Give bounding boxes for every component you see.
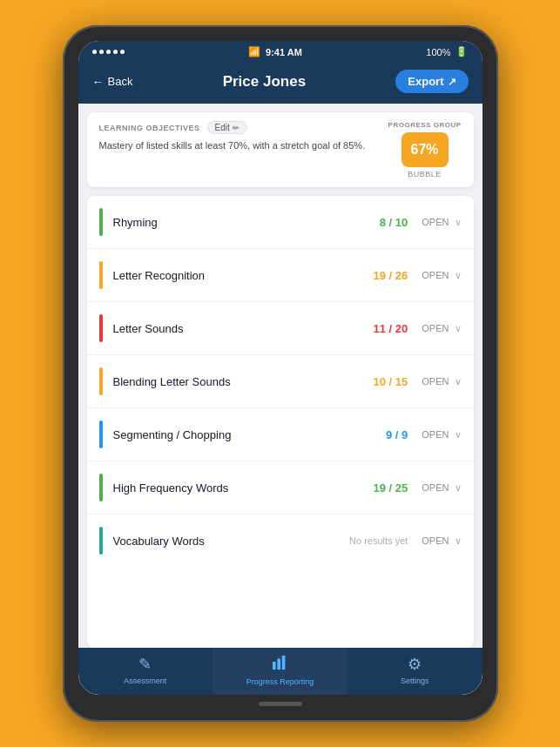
skill-name: Letter Sounds <box>113 322 365 335</box>
skill-indicator <box>99 421 103 448</box>
skill-name: Blending Letter Sounds <box>113 375 365 388</box>
skill-indicator <box>99 314 103 342</box>
skill-row[interactable]: Rhyming8 / 10OPEN∨ <box>87 196 474 249</box>
skill-row[interactable]: Vocabulary WordsNo results yetOPEN∨ <box>87 515 474 567</box>
skill-indicator <box>99 208 103 236</box>
progress-group-label: PROGRESS GROUP <box>388 121 462 129</box>
skill-status: OPEN <box>422 376 449 387</box>
export-icon: ↗ <box>448 76 456 88</box>
skill-score: 10 / 15 <box>364 375 408 388</box>
tab-assessment[interactable]: ✎ Assessment <box>78 648 213 695</box>
skill-indicator <box>99 527 103 555</box>
home-indicator <box>259 702 302 706</box>
tab-settings-label: Settings <box>401 676 429 685</box>
skill-score: 19 / 25 <box>364 481 408 495</box>
top-nav: ← Back Price Jones Export ↗ <box>78 63 482 104</box>
svg-rect-2 <box>281 656 285 670</box>
summary-card: LEARNING OBJECTIVES Edit ✏ Mastery of li… <box>87 112 474 187</box>
tablet-device: 📶 9:41 AM 100% 🔋 ← Back Price Jones Expo… <box>63 25 498 722</box>
skill-name: Rhyming <box>113 216 365 229</box>
wifi-icon: 📶 <box>248 46 260 57</box>
learning-objectives-label: LEARNING OBJECTIVES <box>99 124 200 132</box>
skill-indicator <box>99 367 103 395</box>
skill-score: 11 / 20 <box>364 322 408 335</box>
skill-status: OPEN <box>422 535 449 546</box>
skill-score: 8 / 10 <box>364 216 408 229</box>
chevron-down-icon: ∨ <box>455 535 462 547</box>
chevron-down-icon: ∨ <box>455 270 462 281</box>
skill-indicator <box>99 261 103 289</box>
skill-score: No results yet <box>349 535 408 546</box>
skill-row[interactable]: High Frequency Words19 / 25OPEN∨ <box>87 461 474 515</box>
signal-dots <box>92 50 125 54</box>
chevron-down-icon: ∨ <box>455 376 462 387</box>
tablet-screen: 📶 9:41 AM 100% 🔋 ← Back Price Jones Expo… <box>78 41 482 695</box>
skills-list: Rhyming8 / 10OPEN∨Letter Recognition19 /… <box>87 196 474 648</box>
skill-row[interactable]: Letter Recognition19 / 26OPEN∨ <box>87 249 474 302</box>
battery-icon: 🔋 <box>455 46 468 57</box>
summary-description: Mastery of listed skills at least 70%, w… <box>99 139 378 152</box>
skill-score: 9 / 9 <box>364 428 408 441</box>
export-button[interactable]: Export ↗ <box>395 70 468 93</box>
skill-row[interactable]: Letter Sounds11 / 20OPEN∨ <box>87 302 474 355</box>
progress-reporting-icon <box>273 655 288 675</box>
chevron-down-icon: ∨ <box>455 217 462 228</box>
svg-rect-1 <box>277 659 280 670</box>
skill-row[interactable]: Blending Letter Sounds10 / 15OPEN∨ <box>87 355 474 408</box>
skill-status: OPEN <box>422 217 449 227</box>
summary-left: LEARNING OBJECTIVES Edit ✏ Mastery of li… <box>99 121 378 152</box>
tab-bar: ✎ Assessment Progress Reporting ⚙ Settin… <box>78 648 482 695</box>
assessment-icon: ✎ <box>138 655 152 674</box>
back-button[interactable]: ← Back <box>92 75 133 89</box>
skill-name: Letter Recognition <box>113 269 365 282</box>
pencil-icon: ✏ <box>233 124 240 132</box>
tab-progress-reporting-label: Progress Reporting <box>246 677 314 686</box>
page-title: Price Jones <box>223 73 306 91</box>
skill-indicator <box>99 474 103 501</box>
skill-name: Segmenting / Chopping <box>113 428 365 441</box>
skill-status: OPEN <box>422 323 449 333</box>
back-label: Back <box>108 75 133 88</box>
svg-rect-0 <box>273 662 276 670</box>
tab-settings[interactable]: ⚙ Settings <box>347 648 482 695</box>
status-bar: 📶 9:41 AM 100% 🔋 <box>78 41 482 63</box>
battery-label: 100% <box>426 47 450 57</box>
tab-progress-reporting[interactable]: Progress Reporting <box>213 648 347 695</box>
chevron-down-icon: ∨ <box>455 482 462 494</box>
progress-percentage: 67% <box>401 132 449 167</box>
tab-assessment-label: Assessment <box>124 676 166 685</box>
skill-status: OPEN <box>422 482 449 493</box>
edit-badge[interactable]: Edit ✏ <box>207 121 247 134</box>
summary-right: PROGRESS GROUP 67% BUBBLE <box>388 121 462 178</box>
skill-name: Vocabulary Words <box>113 535 350 548</box>
skill-status: OPEN <box>422 270 449 280</box>
skill-name: High Frequency Words <box>113 481 365 495</box>
skill-row[interactable]: Segmenting / Chopping9 / 9OPEN∨ <box>87 408 474 461</box>
chevron-down-icon: ∨ <box>455 429 462 441</box>
chevron-down-icon: ∨ <box>455 323 462 334</box>
skill-status: OPEN <box>422 429 449 440</box>
export-label: Export <box>408 75 443 88</box>
back-arrow-icon: ← <box>92 75 105 89</box>
edit-label: Edit <box>215 123 230 132</box>
battery-area: 100% 🔋 <box>426 46 468 57</box>
skill-score: 19 / 26 <box>364 269 408 282</box>
settings-icon: ⚙ <box>408 655 422 674</box>
status-time: 9:41 AM <box>266 47 302 57</box>
group-name: BUBBLE <box>408 170 442 178</box>
